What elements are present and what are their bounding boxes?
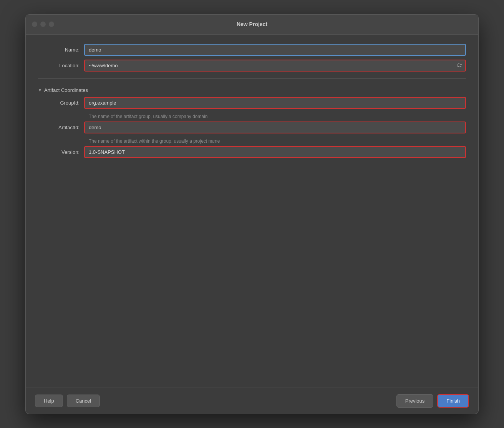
location-input-wrapper: 🗂 bbox=[84, 60, 466, 72]
artifactid-input[interactable] bbox=[84, 122, 466, 133]
finish-button[interactable]: Finish bbox=[437, 394, 469, 408]
version-input-wrapper bbox=[84, 146, 466, 158]
version-row: Version: bbox=[38, 146, 466, 158]
artifactid-input-wrapper bbox=[84, 122, 466, 133]
collapse-icon[interactable]: ▼ bbox=[38, 88, 42, 92]
window-controls bbox=[32, 22, 54, 27]
name-input-wrapper bbox=[84, 44, 466, 56]
artifact-section-header: ▼ Artifact Coordinates bbox=[38, 87, 466, 93]
footer-left: Help Cancel bbox=[35, 395, 100, 407]
minimize-button[interactable] bbox=[40, 22, 46, 27]
titlebar: New Project bbox=[26, 15, 478, 35]
name-label: Name: bbox=[38, 47, 84, 53]
groupid-row: GroupId: bbox=[38, 97, 466, 109]
artifactid-row: ArtifactId: bbox=[38, 122, 466, 133]
help-button[interactable]: Help bbox=[35, 395, 63, 407]
footer-right: Previous Finish bbox=[396, 394, 469, 408]
groupid-input-wrapper bbox=[84, 97, 466, 109]
groupid-hint: The name of the artifact group, usually … bbox=[89, 114, 466, 119]
dialog-body: Name: Location: 🗂 ▼ Artifact Coordinates… bbox=[26, 35, 478, 388]
cancel-button[interactable]: Cancel bbox=[67, 395, 100, 407]
version-input[interactable] bbox=[84, 146, 466, 158]
location-row: Location: 🗂 bbox=[38, 60, 466, 72]
groupid-label: GroupId: bbox=[38, 100, 84, 106]
name-input[interactable] bbox=[84, 44, 466, 56]
groupid-input[interactable] bbox=[84, 97, 466, 109]
body-spacer bbox=[38, 162, 466, 381]
artifact-section-title: Artifact Coordinates bbox=[44, 87, 88, 93]
location-input[interactable] bbox=[84, 60, 466, 72]
dialog-footer: Help Cancel Previous Finish bbox=[26, 388, 478, 414]
dialog-title: New Project bbox=[237, 21, 267, 27]
location-label: Location: bbox=[38, 63, 84, 68]
new-project-dialog: New Project Name: Location: 🗂 ▼ Artifact… bbox=[25, 14, 479, 414]
artifactid-hint: The name of the artifact within the grou… bbox=[89, 138, 466, 144]
divider-1 bbox=[38, 78, 466, 79]
artifactid-label: ArtifactId: bbox=[38, 125, 84, 130]
close-button[interactable] bbox=[32, 22, 37, 27]
version-label: Version: bbox=[38, 149, 84, 155]
maximize-button[interactable] bbox=[49, 22, 54, 27]
folder-icon: 🗂 bbox=[457, 62, 463, 69]
previous-button[interactable]: Previous bbox=[396, 394, 434, 408]
name-row: Name: bbox=[38, 44, 466, 56]
